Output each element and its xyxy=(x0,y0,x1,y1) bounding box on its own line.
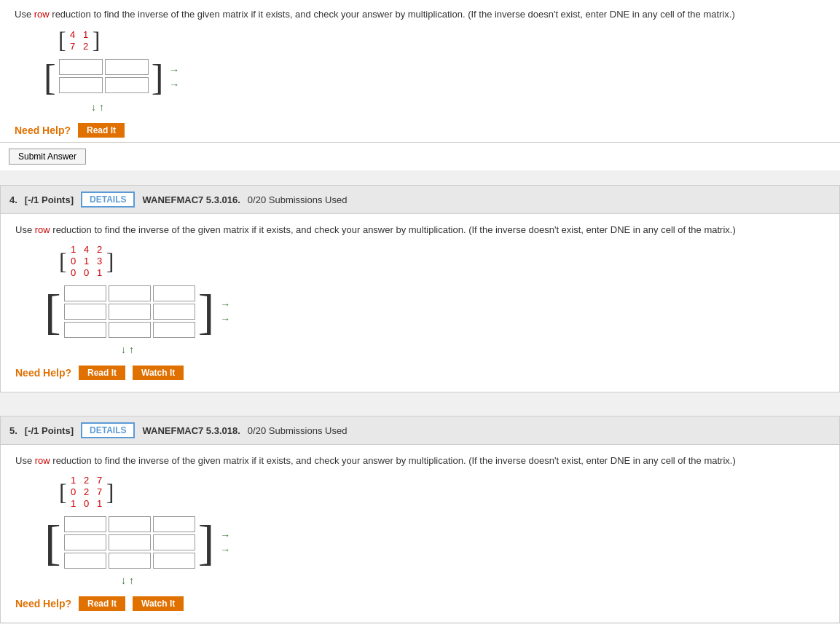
matrix-row-1: 7 2 xyxy=(69,41,90,52)
top-bracket-right: ] xyxy=(93,28,101,52)
p5-cell-1-0: 0 xyxy=(70,486,77,497)
problem-5-header: 5. [-/1 Points] DETAILS WANEFMAC7 5.3.01… xyxy=(1,416,839,445)
p4-input-row-1 xyxy=(64,304,195,320)
problem-4-read-it-button[interactable]: Read It xyxy=(79,366,125,380)
p5-cell-0-0: 1 xyxy=(70,475,77,486)
p4-cell-1-1: 1 xyxy=(83,256,90,266)
p5-cell-0-2: 7 xyxy=(96,475,103,486)
problem-4-watch-it-button[interactable]: Watch It xyxy=(133,366,184,380)
problem-5-details-button[interactable]: DETAILS xyxy=(81,422,135,438)
top-matrix-display: [ 4 1 7 2 ] xyxy=(58,28,100,52)
problem-4-bracket-left: [ xyxy=(59,250,67,273)
top-input-0-0[interactable] xyxy=(59,59,103,75)
p5-input-1-0[interactable] xyxy=(64,534,106,550)
problem-5-input-grid xyxy=(64,516,195,569)
p4-cell-2-2: 1 xyxy=(96,267,103,278)
p5-input-0-0[interactable] xyxy=(64,516,106,532)
p4-cell-1-2: 3 xyxy=(96,256,103,266)
separator-1 xyxy=(0,170,840,185)
top-input-1-0[interactable] xyxy=(59,77,103,93)
p4-input-1-2[interactable] xyxy=(153,304,195,320)
p4-cell-0-1: 4 xyxy=(83,244,90,255)
p5-input-2-2[interactable] xyxy=(153,553,195,569)
problem-4-row-highlight: row xyxy=(35,224,50,235)
cell-1-1: 2 xyxy=(82,41,90,52)
problem-5-need-help: Need Help? Read It Watch It xyxy=(15,596,825,611)
p5-input-0-2[interactable] xyxy=(153,516,195,532)
top-bracket-left: [ xyxy=(58,28,66,52)
p5-cell-1-1: 2 xyxy=(83,486,90,497)
problem-5-matrix-row-0: 1 2 7 xyxy=(70,475,103,486)
p4-input-0-0[interactable] xyxy=(64,285,106,301)
matrix-row-0: 4 1 xyxy=(69,29,90,40)
top-matrix-bracket: [ 4 1 7 2 ] xyxy=(58,28,100,52)
p5-input-row-1 xyxy=(64,534,195,550)
p4-arrow-right-2: → xyxy=(220,313,230,325)
problem-4-bracket-right: ] xyxy=(106,250,114,273)
problem-5-input-bracket-right: ] xyxy=(198,516,215,569)
problem-5-watch-it-button[interactable]: Watch It xyxy=(133,596,184,611)
p4-cell-2-1: 0 xyxy=(83,267,90,278)
p4-input-1-1[interactable] xyxy=(109,304,151,320)
p5-input-row-2 xyxy=(64,553,195,569)
problem-5-number: 5. xyxy=(9,425,17,436)
problem-4-input-bracket-left: [ xyxy=(44,285,61,338)
problem-5-bracket-right: ] xyxy=(106,481,114,504)
problem-4-points: [-/1 Points] xyxy=(25,194,74,205)
p4-input-0-1[interactable] xyxy=(109,285,151,301)
problem-4-input-bracket-right: ] xyxy=(198,285,215,338)
problem-5-updown-arrows: ↓ ↑ xyxy=(121,574,825,586)
top-arrow-right-1: → xyxy=(169,64,179,76)
problem-5-instruction: Use row reduction to find the inverse of… xyxy=(15,455,825,466)
p4-input-2-2[interactable] xyxy=(153,322,195,338)
cell-1-0: 7 xyxy=(69,41,76,52)
p5-input-1-2[interactable] xyxy=(153,534,195,550)
problem-4-section: 4. [-/1 Points] DETAILS WANEFMAC7 5.3.01… xyxy=(0,185,840,392)
problem-5-bracket-left: [ xyxy=(59,481,67,504)
top-submit-button[interactable]: Submit Answer xyxy=(9,149,86,165)
p4-up-arrow: ↑ xyxy=(129,344,134,355)
top-need-help: Need Help? Read It xyxy=(15,123,825,138)
problem-5-need-help-label: Need Help? xyxy=(15,598,71,609)
top-matrix-values: 4 1 7 2 xyxy=(69,29,90,52)
problem-4-updown-arrows: ↓ ↑ xyxy=(121,344,825,355)
top-down-arrow: ↓ xyxy=(91,101,96,113)
problem-5-body: Use row reduction to find the inverse of… xyxy=(1,445,839,623)
p5-down-arrow: ↓ xyxy=(121,574,126,586)
top-input-1-1[interactable] xyxy=(105,77,149,93)
p4-input-2-1[interactable] xyxy=(109,322,151,338)
problem-4-matrix-values: 1 4 2 0 1 3 0 0 1 xyxy=(70,244,103,278)
problem-4-matrix-bracket: [ 1 4 2 0 1 3 0 xyxy=(59,244,114,278)
top-need-help-label: Need Help? xyxy=(15,125,71,136)
problem-5-row-highlight: row xyxy=(35,455,50,466)
p5-input-1-1[interactable] xyxy=(109,534,151,550)
p4-input-1-0[interactable] xyxy=(64,304,106,320)
problem-5-read-it-button[interactable]: Read It xyxy=(79,596,125,611)
top-read-it-button[interactable]: Read It xyxy=(78,123,125,138)
problem-5-matrix-row-2: 1 0 1 xyxy=(70,498,103,509)
p5-input-0-1[interactable] xyxy=(109,516,151,532)
problem-4-input-container: [ xyxy=(44,285,825,338)
p5-input-row-0 xyxy=(64,516,195,532)
top-problem-body: Use row reduction to find the inverse of… xyxy=(0,0,840,142)
p5-arrow-right-1: → xyxy=(220,529,230,541)
problem-5-arrows: → → xyxy=(220,529,230,556)
top-input-grid xyxy=(59,59,149,95)
problem-4-body: Use row reduction to find the inverse of… xyxy=(1,214,839,392)
problem-4-arrows: → → xyxy=(220,299,230,325)
p4-input-2-0[interactable] xyxy=(64,322,106,338)
top-submit-section: Submit Answer xyxy=(0,142,840,170)
p4-input-0-2[interactable] xyxy=(153,285,195,301)
page-container: Use row reduction to find the inverse of… xyxy=(0,0,840,624)
top-updown-arrows: ↓ ↑ xyxy=(91,101,825,113)
p5-input-2-0[interactable] xyxy=(64,553,106,569)
problem-4-details-button[interactable]: DETAILS xyxy=(81,191,135,208)
top-input-row-1 xyxy=(59,77,149,93)
problem-4-need-help: Need Help? Read It Watch It xyxy=(15,366,825,380)
p5-input-2-1[interactable] xyxy=(109,553,151,569)
top-input-0-1[interactable] xyxy=(105,59,149,75)
problem-5-input-bracket-left: [ xyxy=(44,516,61,569)
top-input-bracket-left: [ xyxy=(44,59,56,95)
top-arrows: → → xyxy=(169,64,179,90)
problem-4-input-grid xyxy=(64,285,195,338)
